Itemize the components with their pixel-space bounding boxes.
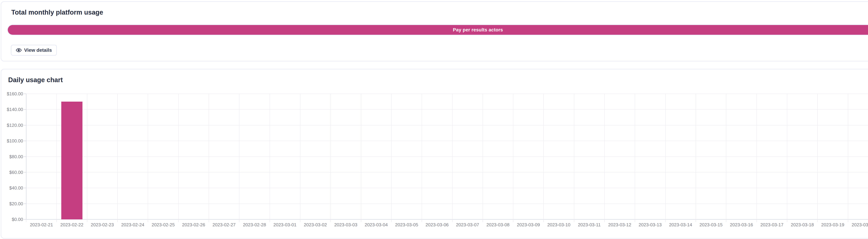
x-axis-tick <box>787 219 787 222</box>
gridline-vertical <box>87 94 87 219</box>
gridline-horizontal <box>26 125 868 125</box>
gridline-vertical <box>726 94 726 219</box>
gridline-vertical <box>391 94 392 219</box>
y-axis-label: $160.00 <box>0 91 23 96</box>
x-axis-tick <box>391 219 392 222</box>
x-axis-tick <box>178 219 179 222</box>
gridline-vertical <box>848 94 848 219</box>
gridline-horizontal <box>26 109 868 110</box>
y-axis-tick <box>24 94 26 94</box>
gridline-vertical <box>361 94 361 219</box>
view-details-button[interactable]: View details <box>11 45 57 56</box>
usage-progress-label: Pay per results actors <box>453 27 503 33</box>
gridline-horizontal <box>26 141 868 141</box>
x-axis-tick <box>635 219 635 222</box>
summary-header: Total monthly platform usage $150.00 <box>11 9 868 16</box>
gridline-vertical <box>300 94 300 219</box>
usage-progress-segment[interactable]: Pay per results actors <box>8 25 868 35</box>
gridline-vertical <box>483 94 483 219</box>
gridline-horizontal <box>26 94 868 94</box>
gridline-vertical <box>422 94 422 219</box>
gridline-vertical <box>178 94 179 219</box>
gridline-vertical <box>330 94 331 219</box>
gridline-vertical <box>270 94 270 219</box>
view-details-label: View details <box>24 48 52 53</box>
x-axis-tick <box>87 219 87 222</box>
x-axis-tick <box>209 219 209 222</box>
x-axis-tick <box>817 219 818 222</box>
y-axis-label: $20.00 <box>0 201 23 207</box>
x-axis-tick <box>574 219 574 222</box>
gridline-vertical <box>544 94 544 219</box>
x-axis-tick <box>26 219 26 222</box>
y-axis-label: $100.00 <box>0 138 23 144</box>
gridline-vertical <box>787 94 787 219</box>
x-axis-tick <box>665 219 665 222</box>
gridline-vertical <box>574 94 574 219</box>
gridline-horizontal <box>26 188 868 188</box>
y-axis-label: $140.00 <box>0 107 23 112</box>
gridline-horizontal <box>26 156 868 157</box>
plot-area: $0.00$20.00$40.00$60.00$80.00$100.00$120… <box>26 94 868 219</box>
y-axis-tick <box>24 172 26 173</box>
gridline-vertical <box>148 94 148 219</box>
x-axis-tick <box>148 219 148 222</box>
x-axis-tick <box>330 219 331 222</box>
x-axis-tick <box>848 219 848 222</box>
x-axis-tick <box>604 219 604 222</box>
x-axis-tick <box>695 219 696 222</box>
y-axis-tick <box>24 141 26 141</box>
x-axis-tick <box>756 219 757 222</box>
y-axis-tick <box>24 125 26 125</box>
y-axis-label: $0.00 <box>0 217 23 222</box>
x-axis-tick <box>726 219 726 222</box>
chart-card-title: Daily usage chart <box>8 76 63 84</box>
y-axis-tick <box>24 219 26 219</box>
x-axis-tick <box>56 219 57 222</box>
y-axis-label: $40.00 <box>0 185 23 191</box>
y-axis-tick <box>24 156 26 157</box>
x-axis-tick <box>452 219 453 222</box>
x-axis-tick <box>483 219 483 222</box>
x-axis-tick <box>513 219 513 222</box>
x-axis-tick <box>361 219 361 222</box>
eye-icon <box>16 47 22 53</box>
x-axis-tick <box>422 219 422 222</box>
gridline-vertical <box>604 94 604 219</box>
gridline-vertical <box>513 94 513 219</box>
gridline-vertical <box>239 94 239 219</box>
summary-card-title: Total monthly platform usage <box>11 9 103 16</box>
gridline-vertical <box>56 94 57 219</box>
daily-usage-chart-card: Daily usage chart Absolute Cumulative $0… <box>1 69 868 238</box>
x-axis-tick <box>117 219 118 222</box>
usage-bar[interactable] <box>61 101 83 219</box>
usage-progress-track: Pay per results actors <box>8 25 868 35</box>
gridline-vertical <box>695 94 696 219</box>
x-axis-tick <box>239 219 239 222</box>
x-axis-line <box>26 219 868 219</box>
gridline-vertical <box>635 94 635 219</box>
gridline-vertical <box>117 94 118 219</box>
y-axis-label: $60.00 <box>0 170 23 175</box>
gridline-vertical <box>665 94 665 219</box>
gridline-vertical <box>209 94 209 219</box>
y-axis-tick <box>24 109 26 110</box>
y-axis-label: $80.00 <box>0 154 23 159</box>
x-axis-label: 2023-03-20 <box>844 222 868 228</box>
gridline-horizontal <box>26 204 868 204</box>
total-monthly-usage-card: Total monthly platform usage $150.00 Pay… <box>1 1 868 61</box>
gridline-vertical <box>756 94 757 219</box>
y-axis-tick <box>24 188 26 188</box>
y-axis-line <box>26 94 26 219</box>
y-axis-tick <box>24 204 26 204</box>
y-axis-label: $120.00 <box>0 122 23 128</box>
gridline-vertical <box>817 94 818 219</box>
gridline-horizontal <box>26 172 868 173</box>
x-axis-tick <box>300 219 300 222</box>
x-axis-tick <box>270 219 270 222</box>
x-axis-tick <box>544 219 544 222</box>
gridline-vertical <box>452 94 453 219</box>
